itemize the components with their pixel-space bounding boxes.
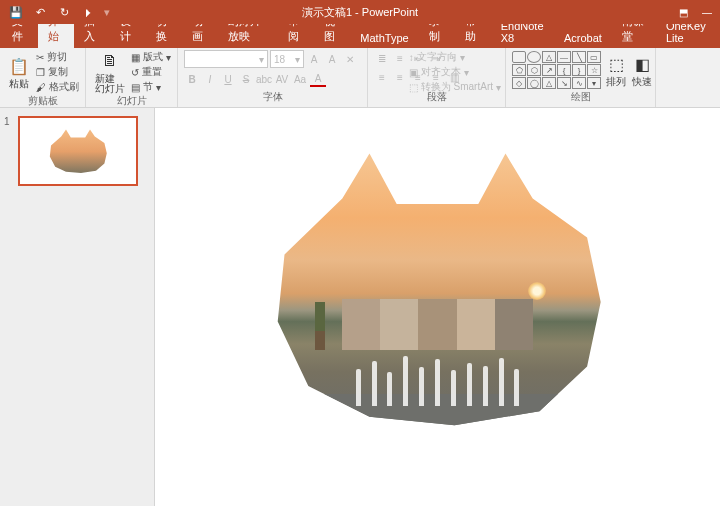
styles-icon: ◧ <box>631 53 653 75</box>
group-label: 绘图 <box>512 90 649 105</box>
undo-icon[interactable]: ↶ <box>30 2 50 22</box>
shapes-gallery[interactable]: △—╲▭ ⬠⬡↗{}☆ ◇◯△↘∿▾ <box>512 51 601 89</box>
redo-icon[interactable]: ↻ <box>54 2 74 22</box>
copy-icon: ❐ <box>36 67 45 78</box>
slideshow-icon[interactable]: ⏵ <box>78 2 98 22</box>
sun-icon <box>528 282 546 300</box>
scissors-icon: ✂ <box>36 52 44 63</box>
font-name-select[interactable]: ▾ <box>184 50 268 68</box>
align-text-button[interactable]: ▣ 对齐文本▾ <box>409 65 501 79</box>
clipboard-icon: 📋 <box>8 55 30 77</box>
shrink-font-button[interactable]: A <box>324 51 340 67</box>
workspace: 1 <box>0 108 720 506</box>
group-label: 幻灯片 <box>92 94 171 109</box>
strike-button[interactable]: S <box>238 71 254 87</box>
tab-mathtype[interactable]: MathType <box>350 28 418 48</box>
char-spacing-button[interactable]: AV <box>274 71 290 87</box>
shadow-button[interactable]: abc <box>256 71 272 87</box>
tab-acrobat[interactable]: Acrobat <box>554 28 612 48</box>
italic-button[interactable]: I <box>202 71 218 87</box>
chevron-down-icon: ▾ <box>259 54 264 65</box>
group-label: 剪贴板 <box>6 94 79 109</box>
minimize-icon[interactable]: — <box>698 3 716 21</box>
section-button[interactable]: ▤节▾ <box>131 80 171 94</box>
font-size-select[interactable]: 18▾ <box>270 50 304 68</box>
fountains <box>302 344 574 406</box>
layout-button[interactable]: ▦版式▾ <box>131 50 171 64</box>
group-font: ▾ 18▾ A A ✕ B I U S abc AV Aa A 字体 <box>178 48 368 107</box>
group-drawing: △—╲▭ ⬠⬡↗{}☆ ◇◯△↘∿▾ ⬚ 排列 ◧ 快速 绘图 <box>506 48 656 107</box>
ribbon: 📋 粘贴 ✂剪切 ❐复制 🖌格式刷 剪贴板 🗎 新建 幻灯片 ▦版式▾ ↺重置 … <box>0 48 720 108</box>
slide-canvas[interactable] <box>155 108 720 506</box>
grow-font-button[interactable]: A <box>306 51 322 67</box>
new-slide-button[interactable]: 🗎 新建 幻灯片 <box>92 50 127 94</box>
bullets-button[interactable]: ≣ <box>374 50 390 66</box>
arrange-button[interactable]: ⬚ 排列 <box>605 53 627 87</box>
sunset-image <box>268 148 608 428</box>
save-icon[interactable]: 💾 <box>6 2 26 22</box>
paste-button[interactable]: 📋 粘贴 <box>6 55 32 89</box>
numbering-button[interactable]: ≡ <box>392 50 408 66</box>
format-painter-button[interactable]: 🖌格式刷 <box>36 80 79 94</box>
ribbon-options-icon[interactable]: ⬒ <box>674 3 692 21</box>
align-center-button[interactable]: ≡ <box>392 69 408 85</box>
qat-more-icon[interactable]: ▾ <box>104 6 110 19</box>
new-slide-icon: 🗎 <box>99 50 121 72</box>
group-slides: 🗎 新建 幻灯片 ▦版式▾ ↺重置 ▤节▾ 幻灯片 <box>86 48 178 107</box>
smartart-button[interactable]: ⬚ 转换为 SmartArt▾ <box>409 80 501 94</box>
align-left-button[interactable]: ≡ <box>374 69 390 85</box>
section-icon: ▤ <box>131 82 140 93</box>
cut-button[interactable]: ✂剪切 <box>36 50 79 64</box>
underline-button[interactable]: U <box>220 71 236 87</box>
reset-button[interactable]: ↺重置 <box>131 65 171 79</box>
bold-button[interactable]: B <box>184 71 200 87</box>
reset-icon: ↺ <box>131 67 139 78</box>
slide-thumbnail-panel[interactable]: 1 <box>0 108 155 506</box>
quick-styles-button[interactable]: ◧ 快速 <box>631 53 653 87</box>
arrange-icon: ⬚ <box>605 53 627 75</box>
thumb-cat-image <box>48 129 108 174</box>
font-color-button[interactable]: A <box>310 71 326 87</box>
group-paragraph: ≣ ≡ ⇤ ⇥ ↕ ≡ ≡ ≡ ≡ ▥ ↕ 文字方向▾ ▣ 对齐文本▾ ⬚ 转换… <box>368 48 506 107</box>
group-clipboard: 📋 粘贴 ✂剪切 ❐复制 🖌格式刷 剪贴板 <box>0 48 86 107</box>
tree <box>315 302 325 350</box>
clear-format-button[interactable]: ✕ <box>342 51 358 67</box>
ribbon-tabs: 文件 开始 插入 设计 切换 动画 幻灯片放映 审阅 视图 MathType 录… <box>0 24 720 48</box>
title-bar: 💾 ↶ ↻ ⏵ ▾ 演示文稿1 - PowerPoint ⬒ — <box>0 0 720 24</box>
chevron-down-icon: ▾ <box>295 54 300 65</box>
layout-icon: ▦ <box>131 52 140 63</box>
change-case-button[interactable]: Aa <box>292 71 308 87</box>
slide-number: 1 <box>4 116 14 186</box>
buildings <box>342 299 532 349</box>
cat-shaped-picture[interactable] <box>268 148 608 428</box>
text-direction-button[interactable]: ↕ 文字方向▾ <box>409 50 501 64</box>
brush-icon: 🖌 <box>36 82 46 93</box>
window-title: 演示文稿1 - PowerPoint <box>302 5 418 20</box>
copy-button[interactable]: ❐复制 <box>36 65 79 79</box>
window-controls: ⬒ — <box>674 3 716 21</box>
group-label: 字体 <box>184 90 361 105</box>
quick-access-toolbar: 💾 ↶ ↻ ⏵ ▾ <box>0 2 118 22</box>
thumbnail-preview[interactable] <box>18 116 138 186</box>
slide-thumbnail[interactable]: 1 <box>4 116 150 186</box>
